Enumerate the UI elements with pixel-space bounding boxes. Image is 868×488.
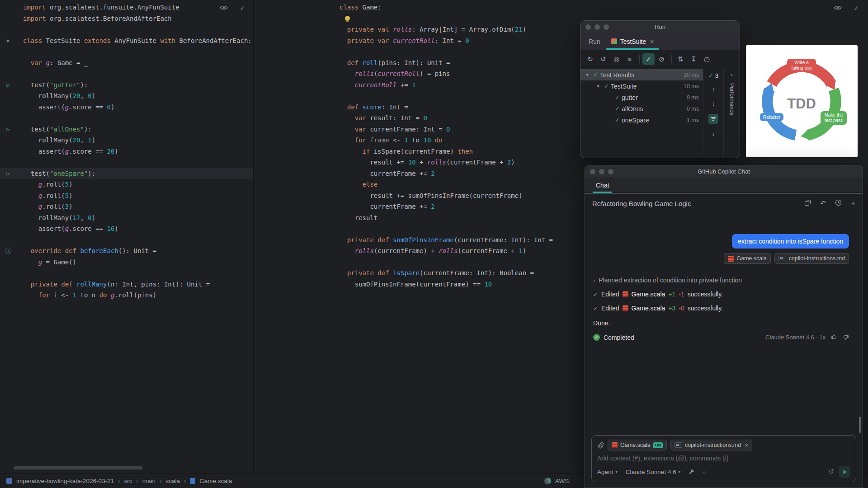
next-test-icon[interactable]: ↓ [712, 100, 715, 107]
retry-icon[interactable]: ↺ [828, 468, 834, 476]
scala-icon [623, 291, 628, 297]
copilot-tab-bar: Chat [585, 178, 863, 193]
status-circle-icon[interactable]: ○ [703, 469, 707, 475]
paperclip-icon[interactable] [597, 442, 604, 449]
mode-selector[interactable]: Agent ▾ [597, 469, 618, 475]
completed-row: ✓ Completed Claude Sonnet 4.6 · 1x [593, 333, 849, 341]
thumbs-down-icon[interactable] [843, 334, 849, 341]
run-tab-run[interactable]: Run [583, 33, 606, 50]
breadcrumb-project[interactable]: imperative-bowling-kata-2026-03-21 [16, 478, 114, 484]
thumbs-up-icon[interactable] [831, 333, 837, 341]
performance-tab[interactable]: Performance [729, 83, 735, 116]
new-chat-icon[interactable]: + [851, 199, 855, 208]
override-gutter-icon[interactable]: ↑ [5, 248, 11, 254]
breadcrumb-item[interactable]: main [142, 478, 156, 484]
close-icon[interactable]: × [650, 38, 654, 45]
scala-file-icon [190, 478, 195, 484]
stop-icon[interactable]: ■ [623, 53, 636, 65]
test-history-icon[interactable]: ◷ [701, 53, 713, 65]
sort-tests-icon[interactable]: ⇅ [675, 53, 687, 65]
history-icon[interactable] [835, 199, 842, 207]
test-tree-row[interactable]: ✓allOnes0 ms [580, 103, 703, 114]
test-tree-row[interactable]: ✓oneSpare1 ms [580, 114, 703, 126]
user-message-bubble: extract condition into isSpare function [732, 234, 849, 249]
test-tree-row[interactable]: ▾✓Test Results10 ms [580, 69, 703, 80]
test-config-icon [611, 38, 617, 44]
test-editor-pane[interactable]: import org.scalatest.funsuite.AnyFunSuit… [0, 0, 254, 473]
window-controls [585, 24, 609, 30]
run-test-gutter-icon[interactable]: ▷ [4, 124, 12, 135]
run-test-gutter-icon[interactable]: ▷ [4, 80, 12, 91]
conversations-stack-icon[interactable] [804, 199, 811, 207]
test-tree-row[interactable]: ▾✓TestSuite10 ms [580, 80, 703, 92]
scala-file-chip[interactable]: Game.scala [724, 253, 771, 264]
breadcrumb-item[interactable]: src [124, 478, 132, 484]
filter-tests-icon[interactable] [708, 114, 718, 124]
aws-status-label[interactable]: AWS: [555, 478, 571, 484]
model-selector[interactable]: Claude Sonnet 4.6 ▾ [626, 469, 680, 475]
chip-label: Game.scala [736, 255, 767, 262]
run-tab-bar: RunTestSuite× [580, 33, 740, 50]
minimize-window-button[interactable] [599, 169, 604, 174]
run-class-gutter-icon[interactable]: ▶▶ [4, 35, 12, 47]
no-problems-check-icon[interactable]: ✓ [240, 5, 245, 12]
send-button[interactable] [839, 466, 850, 478]
show-ignored-filter-icon[interactable]: ⊘ [656, 53, 668, 65]
no-problems-check-icon[interactable]: ✓ [854, 5, 859, 12]
close-window-button[interactable] [585, 24, 591, 30]
copilot-chat-window: GitHub Copilot Chat Chat Refactoring Bow… [585, 165, 863, 488]
markdown-file-chip[interactable]: M↓copilot-instructions.md× [670, 440, 752, 450]
import-test-results-icon[interactable]: ↧ [688, 53, 700, 65]
code-line: currentFrame += 2 [340, 201, 553, 212]
highlighting-eye-icon[interactable] [220, 4, 228, 12]
rerun-failed-tests-icon[interactable]: ↺ [597, 53, 609, 65]
edited-file-name[interactable]: Game.scala [632, 291, 665, 298]
run-with-coverage-icon[interactable]: ◎ [610, 53, 623, 65]
show-passed-filter-icon[interactable]: ✓ [642, 53, 655, 65]
zoom-window-button[interactable] [604, 24, 609, 30]
code-line: private def sumOfPinsInFrame(currentFram… [340, 235, 553, 246]
expand-panel-icon[interactable]: › [712, 131, 715, 138]
chat-scrollbar[interactable] [859, 417, 861, 433]
highlighting-eye-icon[interactable] [834, 4, 842, 12]
edited-file-name[interactable]: Game.scala [632, 305, 665, 312]
zoom-window-button[interactable] [608, 169, 613, 174]
tdd-red-label: Write a [794, 60, 809, 65]
close-icon[interactable]: × [745, 442, 748, 449]
close-window-button[interactable] [590, 169, 595, 174]
run-test-gutter-icon[interactable]: ▷ [4, 168, 12, 179]
tools-wrench-icon[interactable] [689, 469, 695, 475]
breadcrumb-file[interactable]: Game.scala [199, 478, 232, 484]
tab-chat[interactable]: Chat [593, 178, 612, 193]
breadcrumb-item[interactable]: scala [165, 478, 180, 484]
previous-test-icon[interactable]: ↑ [712, 86, 715, 93]
undo-icon[interactable]: ↶ [820, 199, 826, 207]
run-tab-testsuite[interactable]: TestSuite× [606, 33, 660, 50]
chevron-down-icon[interactable]: ▾ [594, 84, 602, 89]
horizontal-scrollbar[interactable] [14, 466, 142, 469]
code-line: var g: Game = _ [23, 57, 252, 69]
code-line [23, 113, 252, 124]
collapse-strip-icon[interactable]: ‹ [731, 71, 732, 78]
chat-input-box[interactable]: Game.scalaONM↓copilot-instructions.md× A… [591, 435, 856, 482]
toolbar-separator [639, 55, 640, 63]
intention-bulb-icon[interactable] [345, 16, 350, 21]
rerun-tests-icon[interactable]: ↻ [584, 53, 596, 65]
minimize-window-button[interactable] [594, 24, 600, 30]
run-window-titlebar[interactable]: Run [580, 21, 740, 33]
scala-file-chip[interactable]: Game.scalaON [608, 440, 667, 450]
diff-added: +1 [668, 291, 675, 298]
chat-input[interactable] [597, 455, 850, 462]
plan-step-row[interactable]: › Planned extraction of condition into p… [593, 277, 849, 284]
markdown-file-chip[interactable]: M↓copilot-instructions.md [774, 253, 849, 264]
diff-added: +3 [668, 305, 675, 312]
copilot-window-titlebar[interactable]: GitHub Copilot Chat [585, 165, 863, 178]
code-line [23, 68, 252, 80]
test-tree-row[interactable]: ✓gutter9 ms [580, 92, 703, 103]
chevron-down-icon[interactable]: ▾ [583, 72, 591, 77]
scala-icon [612, 442, 618, 448]
code-line [340, 46, 553, 57]
thread-header-icons: ↶ + [804, 199, 855, 208]
aws-connection-icon[interactable] [544, 478, 551, 484]
run-window-body: ▾✓Test Results10 ms▾✓TestSuite10 ms✓gutt… [580, 68, 740, 158]
